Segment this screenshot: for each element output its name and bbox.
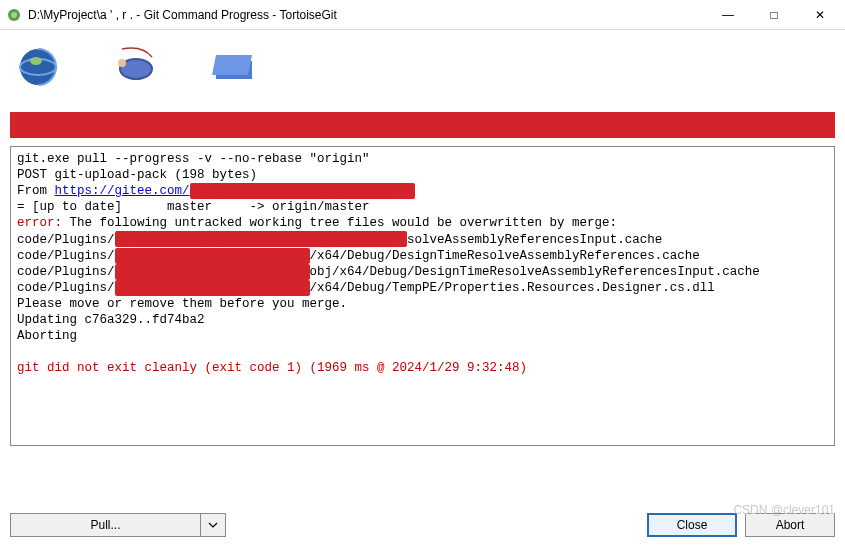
log-line: code/Plugins/xxxxxxxxxxxxxxxxxxxxxxxxxx/… bbox=[17, 281, 715, 295]
log-line: Please move or remove them before you me… bbox=[17, 297, 347, 311]
tortoise-icon bbox=[112, 39, 160, 87]
log-exit-line: git did not exit cleanly (exit code 1) (… bbox=[17, 361, 527, 375]
pull-split-button: Pull... bbox=[10, 513, 226, 537]
button-row: Pull... Close Abort bbox=[0, 513, 845, 537]
globe-icon bbox=[14, 39, 62, 87]
minimize-button[interactable]: — bbox=[705, 0, 751, 30]
progress-bar bbox=[10, 112, 835, 138]
log-line: code/Plugins/xxxxxxxxxxxxxxxxxxxxxxxxxxx… bbox=[17, 233, 662, 247]
log-line: error: The following untracked working t… bbox=[17, 216, 617, 230]
log-line: code/Plugins/xxxxxxxxxxxxxxxxxxxxxxxxxx/… bbox=[17, 249, 700, 263]
window-controls: — □ ✕ bbox=[705, 0, 843, 30]
log-line: code/Plugins/xxxxxxxxxxxxxxxxxxxxxxxxxxo… bbox=[17, 265, 760, 279]
svg-point-4 bbox=[30, 57, 42, 65]
log-line: POST git-upload-pack (198 bytes) bbox=[17, 168, 257, 182]
abort-button[interactable]: Abort bbox=[745, 513, 835, 537]
folder-icon bbox=[210, 39, 258, 87]
pull-button[interactable]: Pull... bbox=[11, 514, 201, 536]
svg-point-6 bbox=[118, 59, 126, 67]
pull-dropdown-arrow[interactable] bbox=[201, 514, 225, 536]
maximize-button[interactable]: □ bbox=[751, 0, 797, 30]
svg-point-1 bbox=[11, 12, 17, 18]
log-line bbox=[17, 345, 25, 359]
log-line: = [up to date] master -> origin/master bbox=[17, 200, 370, 214]
log-line: Aborting bbox=[17, 329, 77, 343]
log-line: git.exe pull --progress -v --no-rebase "… bbox=[17, 152, 370, 166]
close-window-button[interactable]: ✕ bbox=[797, 0, 843, 30]
title-bar: D:\MyProject\a ' , r . - Git Command Pro… bbox=[0, 0, 845, 30]
remote-url[interactable]: https://gitee.com/ bbox=[55, 184, 190, 198]
log-line: Updating c76a329..fd74ba2 bbox=[17, 313, 205, 327]
chevron-down-icon bbox=[208, 520, 218, 530]
log-line: From https://gitee.com/xxxxxxxxxxxxxxxxx… bbox=[17, 184, 415, 198]
app-icon bbox=[6, 7, 22, 23]
output-log[interactable]: git.exe pull --progress -v --no-rebase "… bbox=[10, 146, 835, 446]
spacer bbox=[234, 513, 639, 537]
toolbar bbox=[0, 30, 845, 96]
window-title: D:\MyProject\a ' , r . - Git Command Pro… bbox=[28, 8, 705, 22]
close-button[interactable]: Close bbox=[647, 513, 737, 537]
